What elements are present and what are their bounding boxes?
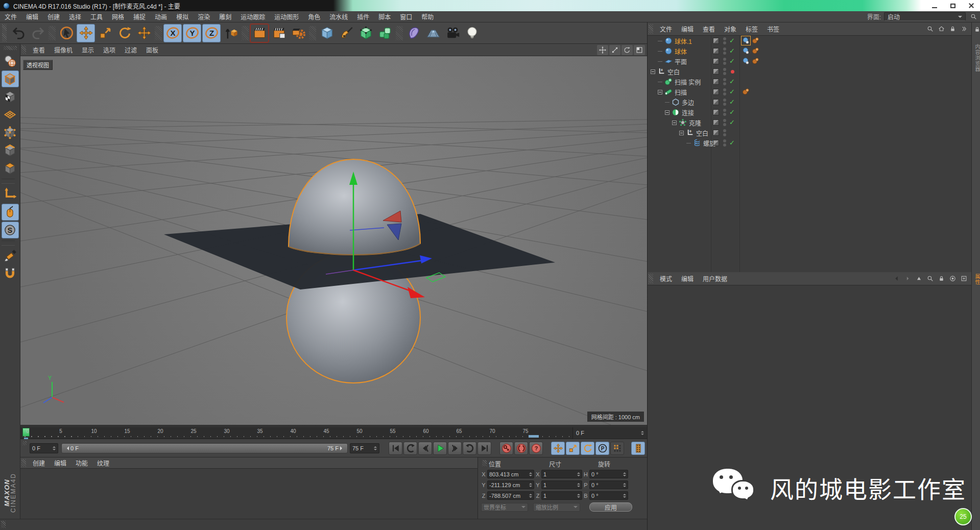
panel-grip[interactable] bbox=[482, 460, 487, 466]
current-frame-spinner[interactable]: 0 F bbox=[30, 443, 58, 453]
object-label[interactable]: 平面 bbox=[675, 57, 687, 66]
visibility-dots[interactable] bbox=[723, 119, 726, 126]
menu-item-插件[interactable]: 插件 bbox=[352, 12, 374, 21]
object-row[interactable]: 螺旋✓ bbox=[648, 138, 971, 148]
next-frame-button[interactable] bbox=[448, 442, 462, 455]
tag-texture-icon[interactable] bbox=[751, 46, 760, 55]
panel-grip[interactable] bbox=[21, 45, 26, 54]
menu-item-功能[interactable]: 功能 bbox=[71, 459, 92, 467]
object-label[interactable]: 扫描 实例 bbox=[675, 78, 701, 86]
prev-frame-button[interactable] bbox=[418, 442, 432, 455]
menu-item-编辑[interactable]: 编辑 bbox=[677, 25, 698, 33]
menu-item-纹理[interactable]: 纹理 bbox=[92, 459, 114, 467]
tag-texture-icon[interactable] bbox=[751, 36, 760, 45]
tag-texture-icon[interactable] bbox=[751, 57, 760, 65]
visibility-dots[interactable] bbox=[723, 109, 726, 116]
object-label[interactable]: 扫描 bbox=[675, 88, 687, 97]
vp-pan-button[interactable] bbox=[597, 45, 608, 55]
expand-toggle[interactable] bbox=[665, 110, 670, 115]
current-frame-box[interactable]: 0 F bbox=[572, 427, 647, 439]
stepper-icon[interactable] bbox=[577, 471, 580, 478]
menu-item-选项[interactable]: 选项 bbox=[99, 45, 120, 54]
menu-item-模拟[interactable]: 模拟 bbox=[172, 12, 193, 21]
stepper-icon[interactable] bbox=[623, 471, 626, 478]
model-mode-button[interactable] bbox=[2, 70, 19, 87]
menu-item-创建[interactable]: 创建 bbox=[43, 12, 64, 21]
enable-state-check[interactable]: ✓ bbox=[729, 57, 736, 66]
menu-item-脚本[interactable]: 脚本 bbox=[374, 12, 395, 21]
enable-state-check[interactable]: ✓ bbox=[729, 108, 736, 117]
menu-item-面板[interactable]: 面板 bbox=[141, 45, 163, 54]
visibility-dots[interactable] bbox=[723, 58, 726, 65]
enable-state-none[interactable] bbox=[729, 128, 736, 137]
menu-item-显示[interactable]: 显示 bbox=[77, 45, 99, 54]
enable-state-check[interactable]: ✓ bbox=[729, 36, 736, 45]
layer-toggle[interactable] bbox=[713, 99, 719, 105]
menu-item-工具[interactable]: 工具 bbox=[86, 12, 107, 21]
position-X-input[interactable]: 803.413 cm bbox=[487, 470, 534, 478]
key-scale-button[interactable] bbox=[566, 442, 580, 455]
polygons-mode-button[interactable] bbox=[2, 160, 19, 177]
apply-button[interactable]: 应用 bbox=[589, 502, 632, 512]
search-button[interactable] bbox=[925, 25, 935, 34]
menu-item-运动图形[interactable]: 运动图形 bbox=[270, 12, 303, 21]
up-button[interactable] bbox=[914, 274, 923, 283]
object-row[interactable]: 0空白 bbox=[648, 66, 971, 77]
search-button[interactable] bbox=[925, 274, 935, 283]
menu-item-创建[interactable]: 创建 bbox=[28, 459, 50, 467]
redo-button[interactable] bbox=[29, 24, 47, 42]
panel-grip[interactable] bbox=[21, 459, 26, 467]
expand-toggle[interactable] bbox=[658, 90, 662, 94]
texture-mode-button[interactable] bbox=[2, 88, 19, 105]
snap-magnet-button[interactable] bbox=[2, 266, 19, 282]
tag-phong-icon[interactable] bbox=[742, 36, 750, 45]
toolbar-grip[interactable] bbox=[2, 24, 7, 42]
enable-state-check[interactable]: ✓ bbox=[729, 87, 736, 97]
workplane-mode-button[interactable] bbox=[2, 106, 19, 123]
layer-toggle[interactable] bbox=[713, 58, 719, 64]
menu-item-捕捉[interactable]: 捕捉 bbox=[129, 12, 150, 21]
undo-button[interactable] bbox=[9, 24, 28, 42]
layer-toggle[interactable] bbox=[713, 130, 719, 136]
home-button[interactable] bbox=[937, 25, 946, 34]
stepper-icon[interactable] bbox=[529, 492, 532, 499]
coordinate-system-select[interactable]: 世界坐标 bbox=[481, 503, 528, 512]
size-Y-input[interactable]: 1 bbox=[541, 480, 582, 489]
close-button[interactable] bbox=[966, 2, 977, 10]
object-row[interactable]: 克隆✓ bbox=[648, 117, 971, 128]
menu-item-文件[interactable]: 文件 bbox=[655, 25, 677, 33]
vp-zoom-button[interactable] bbox=[609, 45, 620, 55]
scale-button[interactable] bbox=[96, 24, 114, 42]
timeline-ruler[interactable]: 051015202530354045505560657075 0 F bbox=[20, 427, 647, 439]
enable-state-check[interactable]: ✓ bbox=[729, 118, 736, 127]
menu-item-流水线[interactable]: 流水线 bbox=[325, 12, 352, 21]
coord-system-button[interactable] bbox=[222, 24, 240, 42]
object-label[interactable]: 球体.1 bbox=[675, 37, 692, 45]
enable-state-check[interactable]: ✓ bbox=[729, 46, 736, 56]
record-keyframe-button[interactable] bbox=[499, 442, 513, 455]
vp-toggle-button[interactable] bbox=[634, 45, 645, 55]
stepper-icon[interactable] bbox=[529, 481, 532, 489]
size-Z-input[interactable]: 1 bbox=[541, 491, 582, 500]
layer-toggle[interactable] bbox=[713, 79, 719, 85]
stepper-icon[interactable] bbox=[641, 429, 644, 437]
back-button[interactable] bbox=[892, 274, 901, 283]
position-Y-input[interactable]: -211.129 cm bbox=[487, 480, 534, 489]
spline-pen-button[interactable] bbox=[337, 24, 355, 42]
key-pla-button[interactable] bbox=[610, 442, 624, 455]
layer-toggle[interactable] bbox=[713, 68, 719, 75]
minimize-button[interactable] bbox=[929, 2, 940, 10]
visibility-dots[interactable] bbox=[723, 47, 726, 55]
menu-item-对象[interactable]: 对象 bbox=[720, 25, 741, 33]
menu-item-选择[interactable]: 选择 bbox=[64, 12, 86, 21]
menu-item-网格[interactable]: 网格 bbox=[107, 12, 129, 21]
chevrons-button[interactable] bbox=[959, 25, 968, 34]
menu-item-编辑[interactable]: 编辑 bbox=[677, 274, 698, 283]
layer-toggle[interactable] bbox=[713, 119, 719, 126]
visibility-dots[interactable] bbox=[723, 99, 726, 106]
enable-state-red[interactable] bbox=[729, 67, 736, 76]
key-parameter-button[interactable]: P bbox=[595, 442, 609, 455]
object-row[interactable]: 0空白 bbox=[648, 128, 971, 138]
object-row[interactable]: 球体✓ bbox=[648, 46, 971, 56]
paint-tool-button[interactable] bbox=[2, 248, 19, 264]
